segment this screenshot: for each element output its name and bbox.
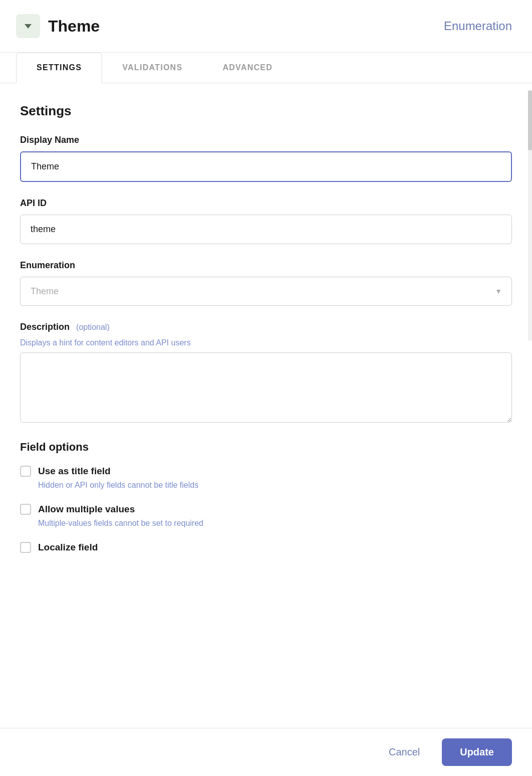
localize-row: Localize field [20,542,512,553]
allow-multiple-checkbox[interactable] [20,504,31,515]
cancel-button[interactable]: Cancel [379,740,430,764]
enumeration-select-wrapper: Theme ▼ [20,277,512,306]
description-optional: (optional) [76,323,110,331]
localize-label: Localize field [38,542,98,553]
use-title-label: Use as title field [38,466,111,477]
api-id-group: API ID [20,198,512,244]
settings-content: Settings Display Name API ID Enumeration… [0,83,532,629]
tab-advanced[interactable]: ADVANCED [202,53,293,83]
tab-settings[interactable]: SETTINGS [16,53,102,83]
field-options-title: Field options [20,441,512,454]
display-name-input[interactable] [20,151,512,182]
description-hint: Displays a hint for content editors and … [20,338,512,347]
allow-multiple-hint: Multiple-values fields cannot be set to … [38,519,512,528]
api-id-input[interactable] [20,215,512,244]
footer: Cancel Update [0,728,532,776]
allow-multiple-label-row: Allow multiple values [20,504,512,515]
header: Theme Enumeration [0,0,532,53]
display-name-group: Display Name [20,135,512,182]
header-left: Theme [16,14,100,38]
description-textarea[interactable] [20,352,512,423]
field-type-label: Enumeration [444,19,512,33]
description-group: Description (optional) Displays a hint f… [20,322,512,425]
use-title-label-row: Use as title field [20,466,512,477]
page-title: Theme [48,17,100,36]
display-name-label: Display Name [20,135,512,145]
use-title-hint: Hidden or API only fields cannot be titl… [38,481,512,490]
scrollbar-thumb[interactable] [528,90,532,150]
api-id-label: API ID [20,198,512,209]
allow-multiple-label: Allow multiple values [38,504,135,515]
field-options-group: Field options Use as title field Hidden … [20,441,512,553]
tabs-bar: SETTINGS VALIDATIONS ADVANCED [0,53,532,83]
enumeration-group: Enumeration Theme ▼ [20,260,512,306]
localize-checkbox[interactable] [20,542,31,553]
chevron-down-icon [25,24,32,29]
chevron-box[interactable] [16,14,40,38]
update-button[interactable]: Update [442,738,512,766]
use-title-checkbox[interactable] [20,466,31,477]
use-title-row: Use as title field Hidden or API only fi… [20,466,512,490]
tab-validations[interactable]: VALIDATIONS [102,53,202,83]
enumeration-select[interactable]: Theme [20,277,512,306]
allow-multiple-row: Allow multiple values Multiple-values fi… [20,504,512,528]
description-label: Description (optional) [20,322,512,332]
section-title: Settings [20,103,512,119]
scrollbar[interactable] [528,90,532,341]
enumeration-label: Enumeration [20,260,512,271]
